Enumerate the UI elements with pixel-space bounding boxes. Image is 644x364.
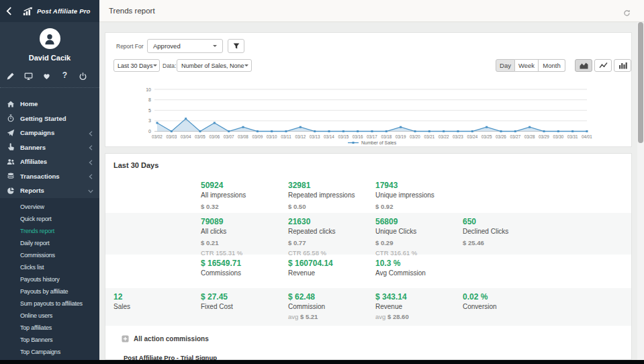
data-label: Data: <box>163 62 176 69</box>
stats-row: $ 16549.71Commissions$ 160704.14Revenue1… <box>105 255 631 288</box>
trend-chart: 03581003/0203/0303/0403/0503/0603/0703/0… <box>105 85 633 147</box>
svg-text:03/22: 03/22 <box>439 134 449 139</box>
svg-text:03/27: 03/27 <box>510 134 520 139</box>
chevron-left-icon <box>88 173 93 179</box>
funnel-icon <box>233 42 240 50</box>
svg-text:03/12: 03/12 <box>295 134 306 139</box>
chart-options-row: Last 30 Days Data: Number of Sales, None… <box>105 59 631 72</box>
stat-label: Declined Clicks <box>463 228 550 236</box>
help-icon[interactable]: ? <box>60 71 69 80</box>
sidebar-subitem-overview[interactable]: Overview <box>0 201 99 213</box>
svg-text:Number of Sales: Number of Sales <box>361 140 397 145</box>
svg-text:0: 0 <box>148 129 151 134</box>
sidebar-subitem-payouts-history[interactable]: Payouts history <box>0 273 99 285</box>
stat-all-clicks: 79089All clicks$ 0.21CTR 155.31 % <box>201 213 288 257</box>
sidebar-subitem-top-banners[interactable]: Top Banners <box>0 334 99 346</box>
svg-text:8: 8 <box>148 97 151 102</box>
date-range-select[interactable]: Last 30 Days <box>113 59 160 72</box>
stats-title: Last 30 Days <box>113 161 158 169</box>
chevron-left-icon <box>88 144 93 150</box>
chart-type-area-button[interactable] <box>575 59 592 72</box>
stat-fixed-cost: $ 27.45Fixed Cost <box>201 288 288 326</box>
action-commissions-header[interactable]: All action commissions <box>122 335 209 343</box>
sidebar-subitem-sum-payouts-to-affiliates[interactable]: Sum payouts to affiliates <box>0 298 99 310</box>
sidebar: David Cacik ? HomeGetting StartedCampaig… <box>0 22 99 360</box>
stat-sub2-value: avg $ 5.21 <box>288 313 375 320</box>
stats-row: 50924All impressions$ 0.3232981Repeated … <box>105 177 631 213</box>
sidebar-item-label: Campaigns <box>20 129 54 136</box>
stat-value: 32981 <box>288 181 375 190</box>
sidebar-item-transactions[interactable]: Transactions <box>0 169 99 184</box>
chart-type-group <box>575 59 631 72</box>
sidebar-subitem-online-users[interactable]: Online users <box>0 310 99 322</box>
chevron-down-icon <box>88 188 93 193</box>
stat-revenue: $ 343.14Revenueavg $ 28.60 <box>375 288 463 326</box>
period-day-button[interactable]: Day <box>496 59 515 72</box>
svg-text:03/24: 03/24 <box>467 134 477 139</box>
stat-avg-commission: 10.3 %Avg Commission <box>375 255 463 288</box>
sidebar-submenu: OverviewQuick reportTrends reportDaily r… <box>0 198 99 361</box>
report-for-select[interactable]: Approved <box>147 39 223 53</box>
sidebar-item-home[interactable]: Home <box>0 97 99 111</box>
power-icon[interactable] <box>79 71 87 80</box>
sidebar-subitem-commissions[interactable]: Commissions <box>0 249 99 261</box>
stat-sub-value: $ 0.92 <box>375 203 463 210</box>
expand-plus-icon[interactable] <box>122 335 129 343</box>
svg-text:03/13: 03/13 <box>310 134 320 139</box>
report-for-value: Approved <box>153 42 181 50</box>
sidebar-subitem-trends-report[interactable]: Trends report <box>0 225 99 237</box>
chevron-left-icon <box>88 159 93 165</box>
chart-type-bar-button[interactable] <box>614 59 631 72</box>
stats-row: 79089All clicks$ 0.21CTR 155.31 %21630Re… <box>105 213 631 255</box>
refresh-icon[interactable] <box>623 7 631 15</box>
sidebar-item-getting-started[interactable]: Getting Started <box>0 111 99 126</box>
donate-icon[interactable] <box>42 71 51 80</box>
scrollbar-track[interactable] <box>637 22 644 360</box>
period-week-button[interactable]: Week <box>515 59 539 72</box>
monitor-icon[interactable] <box>24 71 33 80</box>
chart-type-line-button[interactable] <box>594 59 612 72</box>
svg-text:03/25: 03/25 <box>481 134 492 139</box>
sidebar-item-affiliates[interactable]: Affiliates <box>0 154 99 169</box>
svg-text:03/15: 03/15 <box>338 134 349 139</box>
svg-text:03/19: 03/19 <box>396 134 406 139</box>
sidebar-item-label: Home <box>20 100 38 107</box>
sidebar-subitem-payouts-by-affiliate[interactable]: Payouts by affiliate <box>0 285 99 298</box>
svg-text:03/17: 03/17 <box>367 134 377 139</box>
stat-label: Revenue <box>375 303 463 311</box>
stat-value: 0.02 % <box>463 292 550 302</box>
sidebar-item-label: Reports <box>20 187 44 194</box>
svg-text:03/07: 03/07 <box>224 134 234 139</box>
pencil-icon[interactable] <box>6 71 15 80</box>
pie-chart-icon <box>7 187 15 195</box>
period-button-group: DayWeekMonth <box>496 59 565 72</box>
stats-row: 12Sales$ 27.45Fixed Cost$ 62.48Commissio… <box>105 288 631 326</box>
chevron-left-icon <box>88 130 93 136</box>
action-commission-item: Post Affiliate Pro - Trial Signup <box>124 354 217 360</box>
stat-label: Avg Commission <box>375 269 463 277</box>
svg-text:03/08: 03/08 <box>238 134 248 139</box>
period-month-button[interactable]: Month <box>539 59 565 72</box>
scrollbar-thumb[interactable] <box>638 22 643 143</box>
avatar[interactable] <box>40 28 60 49</box>
sidebar-subitem-quick-report[interactable]: Quick report <box>0 213 99 225</box>
data-select[interactable]: Number of Sales, None <box>177 59 252 72</box>
sidebar-item-banners[interactable]: Banners <box>0 140 99 155</box>
svg-text:03/04: 03/04 <box>181 134 191 139</box>
sidebar-subitem-clicks-list[interactable]: Clicks list <box>0 261 99 273</box>
sidebar-item-campaigns[interactable]: Campaigns <box>0 126 99 140</box>
sidebar-subitem-top-affiliates[interactable]: Top affiliates <box>0 322 99 334</box>
logo-text: Post Affiliate Pro <box>37 7 91 15</box>
filter-button[interactable] <box>228 39 244 53</box>
stat-sub-value: $ 0.21 <box>201 239 288 246</box>
svg-text:03/05: 03/05 <box>195 134 205 139</box>
stat-value: 10.3 % <box>375 259 463 268</box>
sidebar-subitem-daily-report[interactable]: Daily report <box>0 237 99 249</box>
stat-value: 12 <box>113 292 201 302</box>
sidebar-subitem-top-campaigns[interactable]: Top Campaigns <box>0 346 99 358</box>
divider <box>0 87 99 88</box>
svg-text:03/28: 03/28 <box>524 134 535 139</box>
stat-value: 17943 <box>375 181 463 190</box>
sidebar-item-reports[interactable]: Reports <box>0 183 99 198</box>
back-button[interactable] <box>0 0 17 22</box>
